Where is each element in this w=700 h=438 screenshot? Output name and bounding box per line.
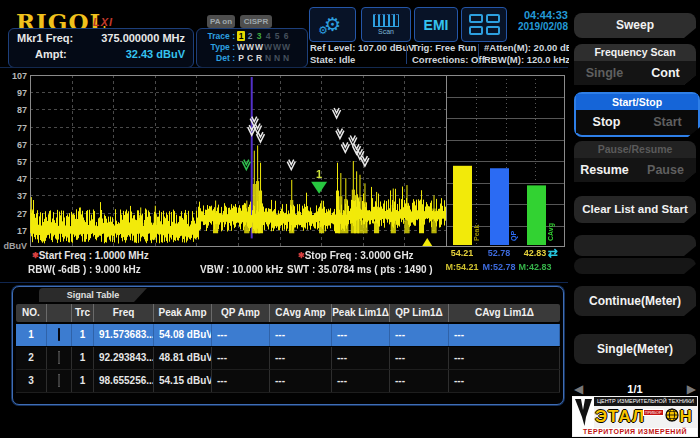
pause-option[interactable]: Pause [635,163,696,177]
trace-2-indicator[interactable]: 2 [246,31,254,41]
checkbox[interactable] [58,374,60,387]
y-axis-tick: 67 [0,140,27,150]
trace-3-indicator[interactable]: 3 [255,31,263,41]
col-header-cavg-lim: CAvg Lim1Δ [449,304,560,322]
trace-types-row: Type :WWWWWW [201,42,305,52]
meter-peak-max-value: M:54.21 [442,262,482,272]
marker-ampt-row: Ampt: 32.43 dBuV [17,48,185,60]
y-axis-tick: 57 [0,157,27,167]
menu-title-sweep: Sweep [574,13,696,38]
prev-page-icon[interactable]: ◀ [574,382,583,396]
settings-info-strip: Ref Level: 107.00 dBuV State: Idle Trig:… [306,42,568,66]
frequency-scan-button[interactable]: Frequency Scan Single Cont [574,44,696,85]
start-stop-header: Start/Stop [576,94,698,110]
scan-button-label: Scan [378,28,394,35]
y-axis-tick: 27 [0,209,27,219]
row-check-cell[interactable] [47,370,72,392]
table-row-2[interactable]: 2 1 92.293843... 48.81 dBuV --- --- --- … [16,347,560,370]
layout-view-button[interactable] [461,7,507,42]
emi-mode-button[interactable]: EMI [414,7,458,42]
det-value: C [246,53,254,63]
uncal-star-icon: ✱ [298,251,305,260]
marker-ampt-value: 32.43 dBuV [126,48,185,60]
etalon-watermark: ЦЕНТР ИЗМЕРИТЕЛЬНОЙ ТЕХНИКИ ЭТАЛ ПРИБОР … [572,396,698,437]
table-row-3[interactable]: 3 1 98.655256... 54.15 dBuV --- --- --- … [16,370,560,393]
watermark-name-right: Н [680,407,693,427]
next-page-icon[interactable]: ▶ [687,382,696,396]
y-axis-tick: 97 [0,88,27,98]
det-value: R [255,53,263,63]
col-header-trc: Trc [72,304,94,322]
page-number: 1/1 [627,383,642,395]
time-display: 04:44:33 [504,9,568,21]
clear-list-and-start-button[interactable]: Clear List and Start [574,196,696,223]
trace-1-indicator[interactable]: 1 [237,31,245,41]
row-freq: 98.655256... [94,370,154,392]
type-value: W [255,42,263,52]
gear-small-icon: ⚙ [318,24,328,37]
signal-table-tab[interactable]: Signal Table [39,288,147,302]
checkbox[interactable] [58,351,60,364]
trace-numbers-row: Trace :123456 [201,31,305,41]
row-cavg-lim: --- [449,370,560,392]
spectrum-table-divider [0,282,568,283]
det-value: N [264,53,272,63]
globe-icon [665,408,679,426]
rbw-annotation: RBW( -6dB ) : 9.000 kHz [28,264,141,275]
stop-option[interactable]: Stop [576,115,637,129]
table-row-1[interactable]: 1 1 91.573683... 54.08 dBuV --- --- --- … [16,324,560,346]
pause-resume-button[interactable]: Pause/Resume Resume Pause [574,141,696,182]
row-qp-lim: --- [390,370,449,392]
det-value: P [237,53,245,63]
row-no: 2 [16,347,47,369]
col-header-no: NO. [16,304,47,322]
single-meter-button[interactable]: Single(Meter) [574,334,696,364]
resume-option[interactable]: Resume [574,163,635,177]
trace-5-indicator[interactable]: 5 [273,31,281,41]
info-separator [478,44,479,64]
marker-freq-label: Mkr1 Freq: [17,32,73,44]
cispr-button[interactable]: CISPR [240,15,272,28]
scan-mode-button[interactable]: Scan [361,7,411,42]
scan-spectrum-icon [373,14,399,27]
freq-scan-single-option[interactable]: Single [574,66,635,80]
row-qp-lim: --- [390,347,449,369]
date-display: 2019/02/08 [504,21,568,32]
row-check-cell[interactable] [47,324,72,346]
col-header-peak-amp: Peak Amp [154,304,212,322]
continue-meter-button[interactable]: Continue(Meter) [574,286,696,316]
trace-status-panel: Trace :123456 Type :WWWWWW Det :PCRNNN [196,28,308,68]
checkbox[interactable] [58,328,60,341]
trigger-group: Trig: Free Run Corrections: Off [412,42,485,66]
ref-level-readout: Ref Level: 107.00 dBuV [310,42,415,54]
system-settings-button[interactable]: ⚙ ⚙ [309,7,356,42]
row-peak-lim: --- [332,347,390,369]
y-axis-tick: 107 [0,71,27,81]
det-value: N [282,53,290,63]
row-no: 1 [16,324,47,346]
trace-6-indicator[interactable]: 6 [282,31,290,41]
emi-button-label: EMI [424,17,449,33]
type-value: W [237,42,245,52]
start-stop-button[interactable]: Start/Stop Stop Start [574,92,700,137]
etalon-logo-mark-icon [573,397,594,428]
spectrum-plot [30,75,565,247]
row-peak-amp: 54.08 dBuV [154,324,212,346]
row-freq: 92.293843... [94,347,154,369]
swap-icon[interactable]: ⇄ [548,246,558,260]
row-cavg-amp: --- [270,347,332,369]
pa-on-button[interactable]: PA on [207,15,235,28]
y-axis-unit-label: dBuV [0,241,27,251]
start-option[interactable]: Start [637,115,698,129]
trace-label: Trace : [201,31,235,41]
row-cavg-amp: --- [270,370,332,392]
y-axis-tick: 17 [0,226,27,236]
row-check-cell[interactable] [47,347,72,369]
uncal-star-icon: ✱ [32,251,39,260]
freq-scan-cont-option[interactable]: Cont [635,66,696,80]
row-no: 3 [16,370,47,392]
trace-4-indicator[interactable]: 4 [264,31,272,41]
marker-ampt-label: Ampt: [35,48,67,60]
trig-readout: Trig: Free Run [412,42,485,54]
type-value: W [273,42,281,52]
